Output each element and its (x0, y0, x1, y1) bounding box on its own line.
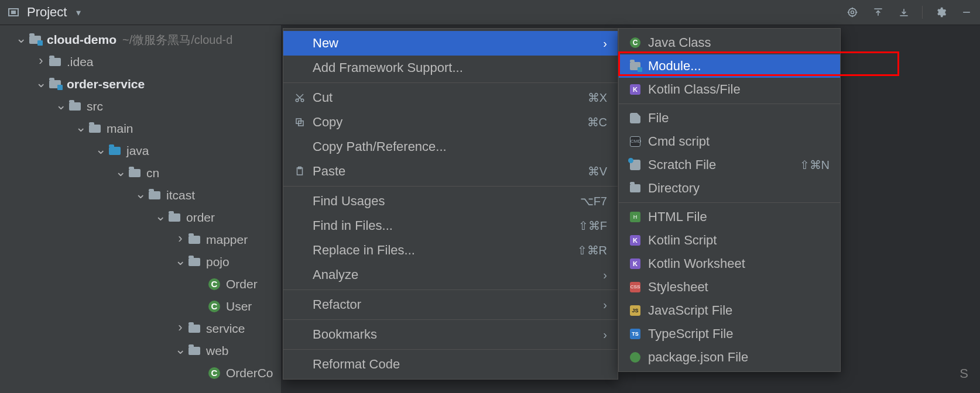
menu-item-reformat[interactable]: Reformat Code (283, 352, 618, 377)
tree-label: OrderCo (226, 366, 273, 380)
submenu-item-kotlin-worksheet[interactable]: K Kotlin Worksheet (619, 252, 840, 275)
menu-separator (283, 319, 618, 320)
status-indicator: S (960, 366, 968, 381)
submenu-item-js[interactable]: JS JavaScript File (619, 299, 840, 322)
menu-separator (283, 289, 618, 290)
menu-separator (283, 82, 618, 83)
tree-item-mapper[interactable]: mapper (0, 229, 281, 251)
java-class-icon: C (627, 37, 643, 48)
tree-label: order (186, 211, 215, 225)
tree-label: mapper (206, 233, 248, 247)
tree-item-class-orderco[interactable]: C OrderCo (0, 362, 281, 384)
tree-path-hint: ~/微服务黑马/cloud-d (122, 32, 232, 48)
ts-icon: TS (627, 329, 643, 339)
tree-item-idea[interactable]: .idea (0, 51, 281, 73)
submenu-item-html[interactable]: H HTML File (619, 205, 840, 229)
tree-label: User (226, 299, 252, 313)
toolbar-title[interactable]: Project (27, 5, 67, 20)
menu-item-copy[interactable]: Copy ⌘C (283, 110, 618, 135)
menu-separator (619, 104, 840, 104)
kotlin-icon: K (627, 84, 643, 95)
submenu-item-cmd-script[interactable]: CMD Cmd script (619, 130, 840, 153)
project-tree: cloud-demo ~/微服务黑马/cloud-d .idea order-s… (0, 25, 281, 393)
menu-item-replace-in-files[interactable]: Replace in Files... ⇧⌘R (283, 238, 618, 263)
submenu-item-package-json[interactable]: package.json File (619, 346, 840, 369)
tree-item-java[interactable]: java (0, 140, 281, 162)
tree-item-order-service[interactable]: order-service (0, 73, 281, 95)
kotlin-worksheet-icon: K (627, 258, 643, 269)
submenu-item-module[interactable]: Module... (619, 54, 840, 78)
folder-icon (627, 184, 643, 192)
tree-label: cn (146, 166, 159, 180)
tree-item-pojo[interactable]: pojo (0, 251, 281, 273)
submenu-item-directory[interactable]: Directory (619, 177, 840, 200)
submenu-item-java-class[interactable]: C Java Class (619, 31, 840, 54)
submenu-item-stylesheet[interactable]: CSS Stylesheet (619, 275, 840, 299)
copy-icon (292, 117, 308, 127)
css-icon: CSS (627, 282, 643, 292)
submenu-item-scratch[interactable]: Scratch File ⇧⌘N (619, 153, 840, 177)
menu-item-analyze[interactable]: Analyze › (283, 263, 618, 287)
submenu-item-file[interactable]: File (619, 106, 840, 130)
menu-separator (283, 186, 618, 187)
menu-item-bookmarks[interactable]: Bookmarks › (283, 322, 618, 347)
json-icon (627, 352, 643, 363)
svg-point-1 (851, 11, 854, 14)
target-icon[interactable] (845, 5, 860, 20)
gear-icon[interactable] (933, 5, 948, 20)
project-tool-icon[interactable] (6, 5, 21, 20)
tree-root-cloud-demo[interactable]: cloud-demo ~/微服务黑马/cloud-d (0, 29, 281, 51)
collapse-all-icon[interactable] (896, 5, 912, 20)
menu-item-find-usages[interactable]: Find Usages ⌥F7 (283, 189, 618, 213)
cut-icon (292, 92, 308, 103)
submenu-item-kotlin-class[interactable]: K Kotlin Class/File (619, 78, 840, 101)
new-submenu: C Java Class Module... K Kotlin Class/Fi… (618, 28, 841, 372)
submenu-item-kotlin-script[interactable]: K Kotlin Script (619, 229, 840, 252)
tree-item-web[interactable]: web (0, 340, 281, 362)
tree-label: main (107, 122, 133, 136)
html-icon: H (627, 212, 643, 222)
chevron-right-icon: › (603, 328, 607, 342)
tree-item-class-order[interactable]: C Order (0, 273, 281, 295)
menu-item-cut[interactable]: Cut ⌘X (283, 85, 618, 110)
expand-all-icon[interactable] (871, 5, 886, 20)
tree-label: Order (226, 277, 258, 291)
js-icon: JS (627, 305, 643, 316)
chevron-right-icon: › (603, 268, 607, 282)
chevron-right-icon: › (603, 298, 607, 312)
submenu-item-ts[interactable]: TS TypeScript File (619, 322, 840, 346)
menu-item-add-framework[interactable]: Add Framework Support... (283, 56, 618, 80)
tree-item-cn[interactable]: cn (0, 162, 281, 184)
tree-item-main[interactable]: main (0, 118, 281, 140)
menu-separator (619, 202, 840, 203)
svg-point-0 (848, 8, 856, 16)
tree-label: itcast (166, 188, 195, 202)
menu-item-paste[interactable]: Paste ⌘V (283, 159, 618, 184)
scratch-icon (627, 160, 643, 170)
tree-item-class-user[interactable]: C User (0, 295, 281, 318)
tree-item-src[interactable]: src (0, 95, 281, 118)
chevron-down-icon[interactable]: ▾ (76, 7, 81, 18)
paste-icon (292, 166, 308, 177)
context-menu: New › Add Framework Support... Cut ⌘X Co… (283, 28, 618, 380)
tree-item-itcast[interactable]: itcast (0, 184, 281, 206)
project-toolbar: Project ▾ (0, 0, 980, 25)
kotlin-script-icon: K (627, 235, 643, 246)
chevron-right-icon: › (603, 37, 607, 50)
tree-label: cloud-demo (47, 33, 116, 47)
tree-label: pojo (206, 255, 229, 269)
menu-item-new[interactable]: New › (283, 31, 618, 56)
tree-label: web (206, 344, 229, 358)
tree-label: src (87, 99, 103, 113)
tree-item-service[interactable]: service (0, 318, 281, 340)
menu-item-find-in-files[interactable]: Find in Files... ⇧⌘F (283, 213, 618, 238)
module-icon (627, 62, 643, 70)
menu-item-refactor[interactable]: Refactor › (283, 292, 618, 317)
tree-item-order[interactable]: order (0, 206, 281, 229)
file-icon (627, 113, 643, 123)
cmd-icon: CMD (627, 136, 643, 147)
minimize-icon[interactable] (959, 5, 974, 20)
menu-separator (283, 349, 618, 350)
menu-item-copy-path[interactable]: Copy Path/Reference... (283, 135, 618, 159)
tree-label: .idea (67, 55, 94, 69)
